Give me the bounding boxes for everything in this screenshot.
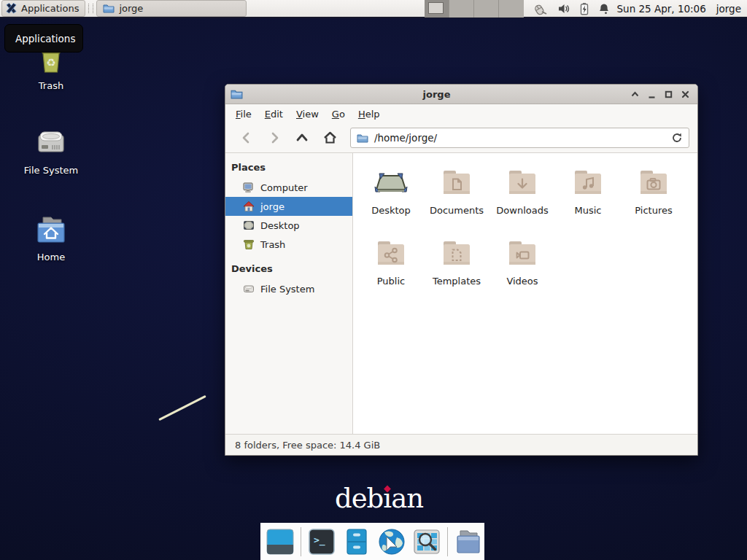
desktop-icon-home[interactable]: Home [16, 212, 86, 262]
file-manager-icon[interactable] [454, 527, 483, 556]
folder-music-icon [570, 165, 605, 200]
battery-tray-icon[interactable] [579, 2, 589, 15]
tooltip-text: Applications [15, 33, 75, 44]
file-item-templates[interactable]: Templates [424, 233, 489, 303]
folder-templates-icon [439, 236, 474, 271]
path-value[interactable]: /home/jorge/ [374, 132, 665, 144]
folder-videos-icon [505, 236, 540, 271]
folder-icon [103, 4, 115, 13]
devices-header: Devices [225, 260, 352, 279]
status-text: 8 folders, Free space: 14.4 GiB [235, 440, 380, 451]
path-folder-icon [357, 133, 368, 143]
menu-help[interactable]: Help [352, 104, 387, 123]
menu-go[interactable]: Go [325, 104, 352, 123]
reload-icon[interactable] [671, 132, 683, 144]
file-name: Music [575, 205, 602, 216]
maximize-button[interactable] [664, 90, 673, 99]
taskbar-window-button[interactable]: jorge [96, 0, 247, 17]
menubar: File Edit View Go Help [225, 104, 697, 123]
sidebar-item-desktop[interactable]: Desktop [225, 216, 352, 235]
debian-logo-text: an [391, 483, 423, 514]
notifications-bell-icon[interactable] [598, 2, 610, 15]
file-item-desktop[interactable]: Desktop [358, 162, 424, 233]
folder-documents-icon [439, 165, 474, 200]
up-button[interactable] [289, 128, 315, 148]
application-finder-icon[interactable] [412, 527, 441, 556]
window-titlebar[interactable]: jorge [225, 85, 697, 104]
applications-tooltip: Applications [4, 24, 83, 52]
window-folder-icon [231, 89, 243, 99]
debian-logo: debıan [335, 483, 423, 514]
file-cabinet-icon[interactable] [342, 527, 371, 556]
terminal-icon[interactable]: >_ [307, 527, 336, 556]
menu-file[interactable]: File [229, 104, 258, 123]
trash-icon [243, 238, 255, 250]
file-item-downloads[interactable]: Downloads [489, 162, 555, 233]
sidebar-item-label: jorge [260, 201, 285, 212]
hard-drive-icon [34, 124, 69, 159]
file-item-documents[interactable]: Documents [424, 162, 489, 233]
desktop-icon-label: File System [24, 165, 78, 176]
file-grid: Desktop Documents [353, 153, 697, 303]
home-icon [243, 201, 255, 212]
minimize-button[interactable] [647, 90, 657, 99]
desktop-icon [243, 219, 255, 231]
web-browser-icon[interactable] [377, 527, 406, 556]
sidebar-item-file-system[interactable]: File System [225, 279, 352, 298]
file-item-public[interactable]: Public [358, 233, 424, 303]
drive-icon [243, 283, 255, 295]
mouse-tray-icon[interactable] [533, 2, 549, 15]
workspace-switcher [425, 0, 524, 18]
sidebar-item-label: File System [260, 284, 314, 295]
folder-public-icon [374, 236, 409, 271]
sidebar-item-computer[interactable]: Computer [225, 178, 352, 197]
debian-logo-text: deb [335, 483, 383, 514]
shade-button[interactable] [630, 90, 640, 99]
file-name: Public [377, 276, 405, 287]
workspace-1[interactable] [425, 0, 449, 18]
toolbar: /home/jorge/ [225, 123, 697, 153]
volume-tray-icon[interactable] [557, 2, 570, 15]
menu-edit[interactable]: Edit [258, 104, 290, 123]
file-view[interactable]: Desktop Documents [353, 153, 697, 434]
desktop-icon-label: Home [37, 252, 65, 262]
file-item-videos[interactable]: Videos [489, 233, 555, 303]
dock-separator [447, 527, 448, 556]
dock-separator [301, 527, 301, 556]
desktop-pad-icon [374, 165, 409, 200]
svg-text:>_: >_ [314, 534, 325, 546]
window-statusbar: 8 folders, Free space: 14.4 GiB [225, 434, 697, 455]
sidebar-item-label: Desktop [260, 220, 300, 231]
sidebar-item-jorge[interactable]: jorge [225, 197, 352, 216]
forward-button[interactable] [261, 128, 287, 148]
menu-view[interactable]: View [290, 104, 325, 123]
home-folder-icon [34, 212, 69, 247]
file-item-music[interactable]: Music [555, 162, 621, 233]
sidebar-item-trash[interactable]: Trash [225, 235, 352, 254]
workspace-3[interactable] [474, 0, 499, 18]
sidebar-item-label: Trash [260, 239, 285, 250]
top-panel: Applications jorge [0, 0, 747, 18]
show-desktop-icon[interactable] [266, 527, 295, 556]
applications-menu-button[interactable]: Applications [1, 0, 85, 17]
window-title: jorge [243, 89, 630, 100]
file-manager-window: jorge File Edit View Go Help [225, 84, 698, 456]
svg-text:♻: ♻ [46, 56, 55, 69]
folder-downloads-icon [505, 165, 540, 200]
panel-username[interactable]: jorge [716, 3, 741, 15]
file-name: Downloads [496, 205, 548, 216]
path-bar[interactable]: /home/jorge/ [350, 128, 689, 148]
system-tray [533, 2, 610, 15]
applications-menu-label: Applications [21, 3, 79, 14]
home-button[interactable] [317, 128, 343, 148]
panel-grip-handle[interactable] [88, 4, 93, 13]
file-item-pictures[interactable]: Pictures [621, 162, 686, 233]
workspace-2[interactable] [449, 0, 474, 18]
sidebar: Places Computer jorge [225, 153, 353, 434]
panel-clock[interactable]: Sun 25 Apr, 10:06 [617, 3, 706, 15]
file-name: Videos [506, 276, 538, 287]
back-button[interactable] [233, 128, 260, 148]
workspace-4[interactable] [499, 0, 524, 18]
desktop-icon-file-system[interactable]: File System [16, 124, 86, 176]
close-button[interactable] [681, 90, 690, 99]
